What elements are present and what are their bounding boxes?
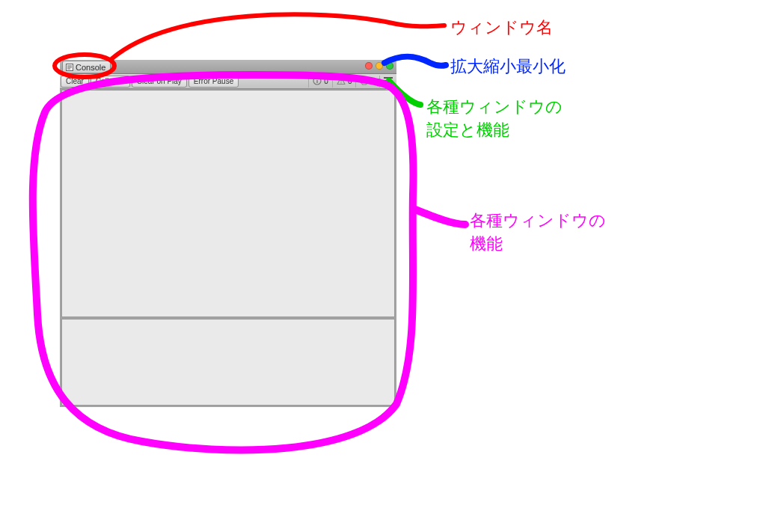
error-count-value: 0 [371,77,376,85]
window-minimize-button[interactable] [376,62,383,70]
annotation-label-content: 各種ウィンドウの 機能 [470,210,679,256]
console-toolbar: Clear Collapse Clear on Play Error Pause… [60,74,396,89]
clear-button[interactable]: Clear [61,76,89,88]
info-count-value: 0 [324,77,328,85]
warning-count-value: 0 [348,77,352,85]
svg-rect-11 [364,79,365,82]
annotation-text-content-2: 機能 [470,234,503,253]
svg-rect-9 [340,82,341,83]
svg-rect-15 [384,83,393,85]
window-tab-console[interactable]: Console [62,61,111,73]
window-tab-label: Console [76,63,105,72]
error-pause-toggle-label: Error Pause [194,77,233,85]
window-titlebar: Console [60,60,396,74]
annotation-label-settings: 各種ウィンドウの 設定と機能 [426,96,636,142]
console-icon [66,64,73,71]
error-pause-toggle[interactable]: Error Pause [189,76,239,88]
window-zoom-button[interactable] [386,62,393,70]
console-window: Console Clear Collapse Clear on Play Err… [60,60,396,407]
info-count-toggle[interactable]: 0 [308,76,332,88]
clear-button-label: Clear [66,77,84,85]
svg-rect-8 [340,79,341,82]
clear-on-play-toggle[interactable]: Clear on Play [132,76,187,88]
svg-rect-12 [364,82,365,83]
annotation-text-content-1: 各種ウィンドウの [470,211,606,230]
window-close-button[interactable] [365,62,373,70]
warning-icon [337,76,346,87]
annotation-text-window-name: ウィンドウ名 [450,18,553,37]
collapse-toggle[interactable]: Collapse [91,76,130,88]
annotation-text-resize: 拡大縮小最小化 [450,57,566,76]
collapse-toggle-label: Collapse [96,77,125,85]
annotation-text-settings-2: 設定と機能 [426,120,509,139]
info-icon [313,76,322,87]
svg-rect-14 [384,80,393,82]
error-count-toggle[interactable]: 0 [355,76,379,88]
annotation-label-resize: 拡大縮小最小化 [450,55,566,79]
annotation-text-settings-1: 各種ウィンドウの [426,97,563,116]
svg-point-5 [316,78,318,79]
window-traffic-lights [365,62,393,70]
clear-on-play-toggle-label: Clear on Play [137,77,182,85]
window-options-button[interactable] [379,76,396,88]
annotation-label-window-name: ウィンドウ名 [450,16,553,40]
svg-rect-6 [317,80,318,83]
console-message-list[interactable] [61,90,395,317]
svg-rect-13 [384,77,393,79]
hamburger-icon [384,77,393,86]
warning-count-toggle[interactable]: 0 [332,76,356,88]
console-detail-pane[interactable] [61,319,395,406]
error-icon [360,76,369,87]
